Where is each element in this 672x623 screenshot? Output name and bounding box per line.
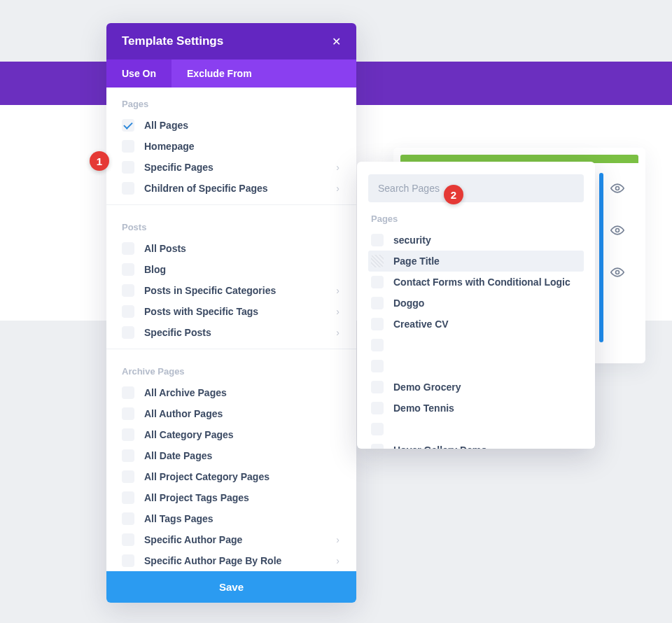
checkbox[interactable] xyxy=(122,182,134,195)
modal-body: PagesAll PagesHomepageSpecific Pages›Chi… xyxy=(106,88,356,571)
save-button[interactable]: Save xyxy=(106,571,356,603)
flyout-option-label: Demo Tennis xyxy=(393,402,454,414)
eye-icon[interactable] xyxy=(610,223,624,237)
checkbox[interactable] xyxy=(371,423,384,435)
flyout-option[interactable] xyxy=(368,335,584,356)
chevron-right-icon[interactable]: › xyxy=(336,306,341,317)
option-row[interactable]: Homepage xyxy=(106,136,356,157)
checkbox[interactable] xyxy=(371,276,384,288)
checkbox[interactable] xyxy=(122,512,134,525)
option-label: Posts in Specific Categories xyxy=(144,285,336,296)
option-row[interactable]: All Project Category Pages xyxy=(106,466,356,487)
option-row[interactable]: Specific Posts› xyxy=(106,322,356,343)
checkbox[interactable] xyxy=(371,339,384,351)
checkbox[interactable] xyxy=(122,305,134,318)
flyout-option[interactable]: Doggo xyxy=(368,293,584,314)
option-row[interactable]: All Pages xyxy=(106,115,356,136)
option-row[interactable]: Posts in Specific Categories› xyxy=(106,280,356,301)
chevron-right-icon[interactable]: › xyxy=(336,183,341,194)
option-row[interactable]: Blog xyxy=(106,259,356,280)
option-row[interactable]: All Category Pages xyxy=(106,424,356,445)
option-label: Children of Specific Pages xyxy=(144,183,336,194)
checkbox[interactable] xyxy=(371,297,384,309)
checkbox[interactable] xyxy=(371,381,384,393)
modal-title: Template Settings xyxy=(122,34,223,48)
checkbox[interactable] xyxy=(122,326,134,339)
tab-exclude-from[interactable]: Exclude From xyxy=(172,59,267,88)
pages-flyout: Search Pages Pages securityPage TitleCon… xyxy=(357,162,595,449)
annotation-badge-1: 1 xyxy=(90,151,109,171)
option-row[interactable]: All Archive Pages xyxy=(106,382,356,403)
option-row[interactable]: All Posts xyxy=(106,238,356,259)
option-label: All Tags Pages xyxy=(144,513,341,524)
option-label: Specific Author Page By Role xyxy=(144,555,336,566)
checkbox[interactable] xyxy=(122,407,134,420)
eye-icon[interactable] xyxy=(610,265,624,279)
option-label: All Project Tags Pages xyxy=(144,492,341,503)
search-input[interactable]: Search Pages xyxy=(368,174,584,202)
flyout-option[interactable]: Page Title xyxy=(368,251,584,272)
option-row[interactable]: Children of Specific Pages› xyxy=(106,178,356,199)
checkbox[interactable] xyxy=(122,263,134,276)
option-label: Homepage xyxy=(144,141,341,152)
flyout-option-label: Doggo xyxy=(393,298,424,309)
checkbox[interactable] xyxy=(122,491,134,504)
chevron-right-icon[interactable]: › xyxy=(336,327,341,338)
flyout-option[interactable]: Creative CV xyxy=(368,314,584,335)
checkbox[interactable] xyxy=(371,360,384,372)
chevron-right-icon[interactable]: › xyxy=(336,555,341,566)
checkbox[interactable] xyxy=(371,444,384,449)
flyout-option[interactable] xyxy=(368,419,584,440)
flyout-option-label: Contact Forms with Conditional Logic xyxy=(393,276,570,288)
option-label: Specific Posts xyxy=(144,327,336,338)
checkbox[interactable] xyxy=(122,533,134,546)
checkbox[interactable] xyxy=(122,428,134,441)
option-label: Specific Pages xyxy=(144,162,336,173)
section-title: Archive Pages xyxy=(106,355,356,382)
checkbox[interactable] xyxy=(122,554,134,567)
checkbox[interactable] xyxy=(122,386,134,399)
option-label: All Archive Pages xyxy=(144,387,341,398)
checkbox[interactable] xyxy=(371,318,384,330)
option-label: All Project Category Pages xyxy=(144,471,341,482)
chevron-right-icon[interactable]: › xyxy=(336,285,341,296)
option-row[interactable]: All Project Tags Pages xyxy=(106,487,356,508)
option-row[interactable]: Specific Author Page› xyxy=(106,529,356,550)
template-settings-modal: Template Settings ✕ Use OnExclude From P… xyxy=(106,23,356,603)
chevron-right-icon[interactable]: › xyxy=(336,162,341,173)
option-row[interactable]: Posts with Specific Tags› xyxy=(106,301,356,322)
tab-use-on[interactable]: Use On xyxy=(106,59,172,88)
checkbox[interactable] xyxy=(371,255,384,267)
option-row[interactable]: All Tags Pages xyxy=(106,508,356,529)
option-row[interactable]: All Date Pages xyxy=(106,445,356,466)
annotation-badge-2: 2 xyxy=(444,185,463,204)
svg-point-1 xyxy=(616,229,620,232)
option-label: All Author Pages xyxy=(144,408,341,419)
flyout-option[interactable]: Contact Forms with Conditional Logic xyxy=(368,272,584,293)
svg-point-2 xyxy=(616,271,620,274)
option-row[interactable]: Specific Author Page By Role› xyxy=(106,550,356,571)
checkbox[interactable] xyxy=(122,119,134,132)
eye-icon[interactable] xyxy=(610,181,624,195)
flyout-option[interactable]: security xyxy=(368,230,584,251)
flyout-section-title: Pages xyxy=(368,214,584,230)
flyout-option[interactable]: Demo Grocery xyxy=(368,377,584,398)
flyout-option[interactable] xyxy=(368,356,584,377)
checkbox[interactable] xyxy=(122,470,134,483)
modal-tabs: Use OnExclude From xyxy=(106,59,356,88)
option-row[interactable]: Specific Pages› xyxy=(106,157,356,178)
checkbox[interactable] xyxy=(122,140,134,153)
checkbox[interactable] xyxy=(122,161,134,174)
checkbox[interactable] xyxy=(122,284,134,297)
flyout-option[interactable]: Demo Tennis xyxy=(368,398,584,419)
option-row[interactable]: All Author Pages xyxy=(106,403,356,424)
checkbox[interactable] xyxy=(371,234,384,246)
checkbox[interactable] xyxy=(122,242,134,255)
checkbox[interactable] xyxy=(122,449,134,462)
flyout-option-label: Hover Gallery Demo xyxy=(393,444,487,449)
chevron-right-icon[interactable]: › xyxy=(336,534,341,545)
option-label: All Category Pages xyxy=(144,429,341,440)
flyout-option[interactable]: Hover Gallery Demo xyxy=(368,440,584,449)
checkbox[interactable] xyxy=(371,402,384,414)
close-icon[interactable]: ✕ xyxy=(332,35,341,48)
